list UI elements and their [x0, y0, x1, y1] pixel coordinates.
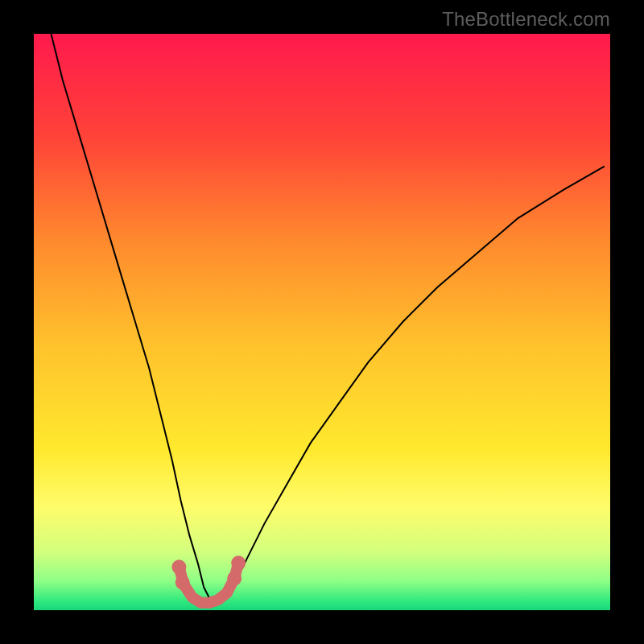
bracket-dot: [171, 559, 186, 574]
watermark-text: TheBottleneck.com: [442, 8, 610, 31]
bracket-dot: [227, 572, 242, 586]
curve-overlay: [34, 34, 610, 610]
plot-area: [34, 34, 610, 610]
bracket-dot: [231, 555, 246, 570]
bracket-dot: [175, 576, 190, 590]
bracket-end-dots: [171, 555, 246, 589]
bottleneck-curve: [52, 34, 605, 605]
chart-frame: TheBottleneck.com: [0, 0, 644, 644]
